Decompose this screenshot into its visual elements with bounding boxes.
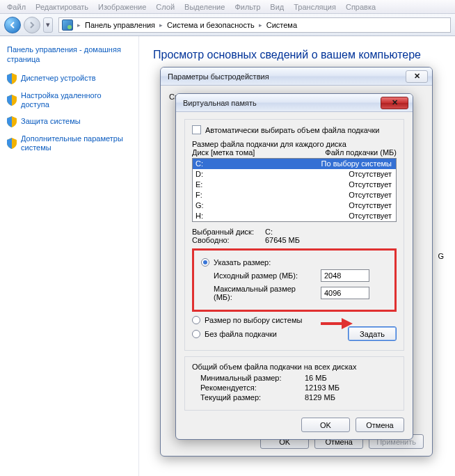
recommended-label: Рекомендуется: — [200, 383, 305, 392]
custom-size-radio[interactable] — [201, 258, 209, 267]
dialog-titlebar[interactable]: Виртуальная память ✕ — [176, 94, 413, 112]
totals-header: Общий объем файла подкачки на всех диска… — [192, 363, 397, 371]
nav-history-dropdown[interactable]: ▾ — [43, 17, 53, 33]
column-pagefile: Файл подкачки (МБ) — [325, 148, 397, 157]
column-drive: Диск [метка тома] — [192, 148, 255, 157]
main-pane: Просмотр основных сведений о вашем компь… — [139, 36, 455, 476]
recommended-value: 12193 МБ — [305, 383, 340, 392]
current-size-value: 8129 МБ — [305, 393, 335, 402]
custom-size-label: Указать размер: — [214, 258, 271, 267]
sidebar-item-device-manager[interactable]: Диспетчер устройств — [7, 73, 131, 84]
drive-row[interactable]: D:Отсутствует — [193, 169, 396, 180]
chevron-right-icon: ▸ — [259, 22, 262, 29]
sidebar-item-label: Дополнительные параметры системы — [21, 134, 131, 152]
ok-button[interactable]: OK — [301, 418, 350, 432]
selected-drive-value: C: — [265, 228, 300, 236]
virtual-memory-dialog: Виртуальная память ✕ Автоматически выбир… — [175, 93, 413, 440]
chevron-down-icon: ▾ — [46, 20, 50, 29]
control-panel-icon — [62, 19, 73, 31]
breadcrumb-item[interactable]: Система и безопасность — [167, 21, 255, 29]
explorer-navbar: ▾ ▸ Панель управления ▸ Система и безопа… — [0, 14, 455, 36]
max-size-input[interactable]: 4096 — [321, 287, 369, 299]
shield-icon — [7, 73, 17, 84]
free-space-value: 67645 МБ — [265, 236, 300, 244]
back-button[interactable] — [4, 17, 21, 33]
current-size-label: Текущий размер: — [200, 393, 305, 402]
per-drive-label: Размер файла подкачки для каждого диска — [192, 140, 397, 148]
breadcrumb-item[interactable]: Система — [266, 21, 297, 29]
chevron-right-icon: ▸ — [77, 22, 81, 29]
host-menubar: ФайлРедактироватьИзображение СлойВыделен… — [0, 0, 455, 14]
initial-size-label: Исходный размер (МБ): — [214, 271, 315, 280]
initial-size-input[interactable]: 2048 — [321, 269, 369, 282]
free-space-label: Свободно: — [192, 236, 230, 244]
close-icon: ✕ — [392, 98, 398, 107]
dialog-title-text: Параметры быстродействия — [168, 72, 269, 81]
sidebar-item-label: Диспетчер устройств — [21, 74, 96, 83]
auto-manage-label: Автоматически выбирать объем файла подка… — [205, 126, 379, 134]
sidebar-item-advanced[interactable]: Дополнительные параметры системы — [7, 134, 131, 152]
close-button[interactable]: ✕ — [406, 70, 428, 83]
min-size-value: 16 МБ — [305, 374, 327, 382]
forward-button[interactable] — [24, 17, 40, 33]
shield-icon — [7, 138, 17, 149]
close-icon: ✕ — [414, 72, 420, 81]
breadcrumb-item[interactable]: Панель управления — [85, 21, 155, 29]
cancel-button[interactable]: Отмена — [356, 418, 404, 432]
system-managed-label: Размер по выбору системы — [205, 316, 302, 324]
drive-row[interactable]: C:По выбору системы — [193, 159, 396, 169]
dialog-title-text: Виртуальная память — [183, 99, 257, 107]
sidebar-item-remote[interactable]: Настройка удаленного доступа — [7, 91, 131, 109]
annotation-highlight: Указать размер: Исходный размер (МБ): 20… — [192, 248, 397, 312]
truncated-background-char: G — [438, 252, 444, 260]
drive-row[interactable]: G:Отсутствует — [193, 200, 396, 211]
no-pagefile-label: Без файла подкачки — [205, 330, 277, 338]
drive-row[interactable]: E:Отсутствует — [193, 180, 396, 190]
set-button[interactable]: Задать — [348, 326, 397, 341]
shield-icon — [7, 116, 17, 127]
selected-drive-label: Выбранный диск: — [192, 228, 254, 236]
max-size-label: Максимальный размер (МБ): — [214, 285, 315, 301]
chevron-right-icon: ▸ — [159, 22, 163, 29]
sidebar-item-label: Настройка удаленного доступа — [21, 91, 131, 109]
sidebar-item-protection[interactable]: Защита системы — [7, 116, 131, 127]
no-pagefile-radio[interactable] — [192, 330, 200, 338]
close-button[interactable]: ✕ — [381, 97, 408, 109]
sidebar: Панель управления - домашняя страница Ди… — [0, 36, 139, 476]
drive-listbox[interactable]: C:По выбору системы D:Отсутствует E:Отсу… — [192, 158, 397, 222]
auto-manage-checkbox[interactable] — [192, 125, 201, 134]
page-title: Просмотр основных сведений о вашем компь… — [153, 49, 441, 61]
sidebar-item-label: Защита системы — [21, 117, 81, 126]
drive-row[interactable]: F:Отсутствует — [193, 190, 396, 200]
min-size-label: Минимальный размер: — [200, 374, 305, 382]
system-managed-radio[interactable] — [192, 316, 200, 324]
dialog-titlebar[interactable]: Параметры быстродействия ✕ — [161, 68, 432, 86]
shield-icon — [7, 95, 17, 106]
address-bar[interactable]: ▸ Панель управления ▸ Система и безопасн… — [58, 17, 451, 33]
control-panel-home-link[interactable]: Панель управления - домашняя страница — [7, 45, 131, 65]
drive-row[interactable]: H:Отсутствует — [193, 211, 396, 221]
